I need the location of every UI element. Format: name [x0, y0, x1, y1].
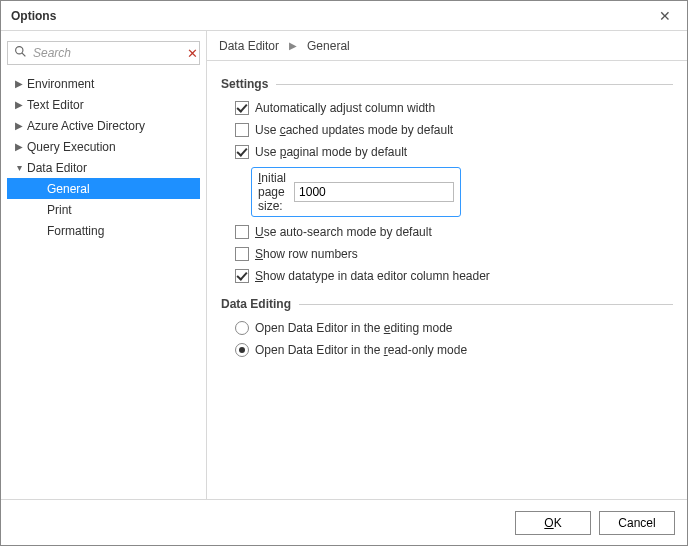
tree-item-label: Formatting	[45, 224, 104, 238]
tree-item-aad[interactable]: ▶Azure Active Directory	[7, 115, 200, 136]
opt-auto-col-width: Automatically adjust column width	[235, 101, 673, 115]
footer: OK Cancel	[1, 499, 687, 545]
checkbox-show-datatype[interactable]	[235, 269, 249, 283]
opt-page-size: Initial page size:	[251, 167, 461, 217]
tree-item-text-editor[interactable]: ▶Text Editor	[7, 94, 200, 115]
group-settings: Settings	[221, 77, 673, 91]
window-title: Options	[11, 9, 651, 23]
checkbox-paginal[interactable]	[235, 145, 249, 159]
group-data-editing: Data Editing	[221, 297, 673, 311]
divider	[299, 304, 673, 305]
tree-item-formatting[interactable]: Formatting	[7, 220, 200, 241]
label-cached-updates[interactable]: Use cached updates mode by default	[255, 123, 453, 137]
svg-line-1	[22, 53, 25, 56]
label-readonly-mode[interactable]: Open Data Editor in the read-only mode	[255, 343, 467, 357]
titlebar: Options ✕	[1, 1, 687, 31]
sidebar: ✕ ▶Environment ▶Text Editor ▶Azure Activ…	[1, 31, 207, 499]
tree-item-label: Text Editor	[25, 98, 84, 112]
checkbox-cached-updates[interactable]	[235, 123, 249, 137]
opt-paginal: Use paginal mode by default	[235, 145, 673, 159]
nav-tree: ▶Environment ▶Text Editor ▶Azure Active …	[7, 73, 200, 493]
input-page-size[interactable]	[294, 182, 454, 202]
chevron-right-icon: ▶	[13, 120, 25, 131]
breadcrumb-item[interactable]: General	[307, 39, 350, 53]
label-show-datatype[interactable]: Show datatype in data editor column head…	[255, 269, 490, 283]
chevron-right-icon: ▶	[13, 99, 25, 110]
content-area: Settings Automatically adjust column wid…	[207, 61, 687, 499]
tree-item-label: Query Execution	[25, 140, 116, 154]
search-icon	[14, 45, 27, 61]
opt-cached-updates: Use cached updates mode by default	[235, 123, 673, 137]
tree-item-label: General	[45, 182, 90, 196]
ok-button[interactable]: OK	[515, 511, 591, 535]
label-editing-mode[interactable]: Open Data Editor in the editing mode	[255, 321, 452, 335]
chevron-right-icon: ▶	[289, 40, 297, 51]
checkbox-auto-col-width[interactable]	[235, 101, 249, 115]
cancel-button[interactable]: Cancel	[599, 511, 675, 535]
group-title: Settings	[221, 77, 268, 91]
search-input[interactable]	[31, 45, 185, 61]
breadcrumb: Data Editor ▶ General	[207, 31, 687, 61]
tree-item-environment[interactable]: ▶Environment	[7, 73, 200, 94]
label-page-size: Initial page size:	[258, 171, 286, 213]
tree-item-label: Environment	[25, 77, 94, 91]
opt-show-datatype: Show datatype in data editor column head…	[235, 269, 673, 283]
tree-item-data-editor[interactable]: ▾Data Editor	[7, 157, 200, 178]
opt-row-numbers: Show row numbers	[235, 247, 673, 261]
group-title: Data Editing	[221, 297, 291, 311]
search-box[interactable]: ✕	[7, 41, 200, 65]
radio-readonly-mode[interactable]	[235, 343, 249, 357]
chevron-right-icon: ▶	[13, 141, 25, 152]
label-row-numbers[interactable]: Show row numbers	[255, 247, 358, 261]
label-auto-search[interactable]: Use auto-search mode by default	[255, 225, 432, 239]
breadcrumb-item[interactable]: Data Editor	[219, 39, 279, 53]
svg-point-0	[16, 47, 23, 54]
label-paginal[interactable]: Use paginal mode by default	[255, 145, 407, 159]
opt-editing-mode: Open Data Editor in the editing mode	[235, 321, 673, 335]
label-auto-col-width[interactable]: Automatically adjust column width	[255, 101, 435, 115]
tree-item-general[interactable]: General	[7, 178, 200, 199]
checkbox-row-numbers[interactable]	[235, 247, 249, 261]
radio-editing-mode[interactable]	[235, 321, 249, 335]
tree-item-query-execution[interactable]: ▶Query Execution	[7, 136, 200, 157]
chevron-right-icon: ▶	[13, 78, 25, 89]
tree-item-label: Data Editor	[25, 161, 87, 175]
clear-search-icon[interactable]: ✕	[185, 46, 200, 61]
divider	[276, 84, 673, 85]
dialog-body: ✕ ▶Environment ▶Text Editor ▶Azure Activ…	[1, 31, 687, 499]
tree-item-label: Azure Active Directory	[25, 119, 145, 133]
close-icon[interactable]: ✕	[651, 5, 679, 27]
main-panel: Data Editor ▶ General Settings Automatic…	[207, 31, 687, 499]
opt-readonly-mode: Open Data Editor in the read-only mode	[235, 343, 673, 357]
tree-item-print[interactable]: Print	[7, 199, 200, 220]
checkbox-auto-search[interactable]	[235, 225, 249, 239]
tree-item-label: Print	[45, 203, 72, 217]
opt-auto-search: Use auto-search mode by default	[235, 225, 673, 239]
chevron-down-icon: ▾	[13, 162, 25, 173]
